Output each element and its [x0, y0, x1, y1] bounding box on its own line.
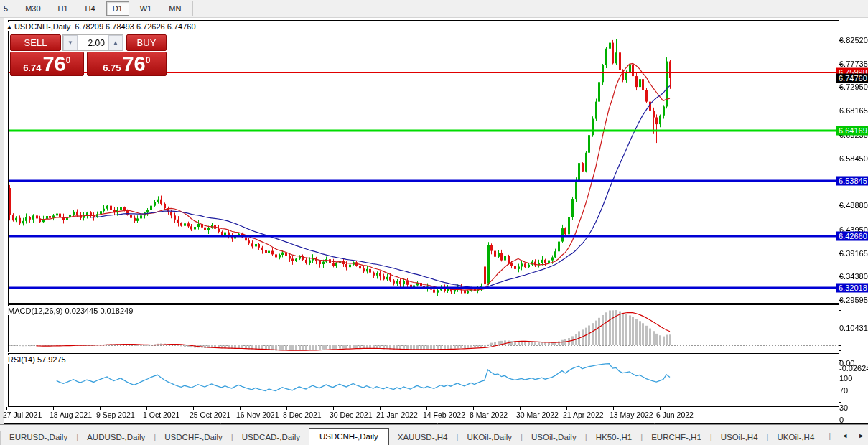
- tab-item-ukoil-h4[interactable]: UKOil-,H4: [769, 430, 823, 445]
- rsi-axis-tick: 30: [839, 403, 848, 412]
- tab-scroll-right-icon[interactable]: ►: [853, 432, 868, 439]
- date-axis-label: 18 Aug 2021: [50, 411, 92, 419]
- price-axis-tick: 6.58450: [839, 154, 868, 163]
- tab-item-usdcad-daily[interactable]: USDCAD-,Daily: [233, 430, 309, 445]
- one-click-trading-panel: SELL ▼ 2.00 ▲ BUY 6.74 76 0 6.75 76 0: [10, 34, 167, 76]
- date-axis-label: 25 Oct 2021: [190, 411, 230, 419]
- timeframe-button-mn[interactable]: MN: [162, 1, 187, 16]
- rsi-axis-tick: 0: [839, 416, 844, 424]
- tab-item-eurusd-daily[interactable]: EURUSD-,Daily: [1, 430, 76, 445]
- chart-window: [0, 18, 868, 424]
- price-axis-tick: 6.34380: [839, 272, 868, 281]
- volume-field[interactable]: 2.00: [78, 35, 108, 50]
- date-axis-label: 8 Dec 2021: [283, 411, 322, 419]
- symbol-name: USDCNH-,Daily: [14, 22, 70, 31]
- date-axis-label: 6 Jun 2022: [656, 411, 694, 419]
- collapse-triangle-icon[interactable]: ▲: [6, 24, 12, 30]
- date-axis-label: 9 Sep 2021: [96, 411, 135, 419]
- tab-item-audusd-daily[interactable]: AUDUSD-,Daily: [78, 430, 154, 445]
- date-axis-label: 21 Apr 2022: [563, 411, 604, 419]
- buy-button[interactable]: BUY: [126, 34, 167, 51]
- date-axis-label: 13 May 2022: [610, 411, 653, 419]
- price-axis-tick: 6.39165: [839, 249, 868, 258]
- timeframe-button-5[interactable]: 5: [0, 1, 14, 16]
- price-badge: 6.64169: [836, 126, 868, 135]
- date-axis-label: 1 Oct 2021: [143, 411, 179, 419]
- timeframe-button-d1[interactable]: D1: [106, 1, 129, 16]
- timeframe-button-w1[interactable]: W1: [134, 1, 159, 16]
- toolbar-divider: [192, 1, 195, 16]
- timeframe-button-m30[interactable]: M30: [19, 1, 47, 16]
- chart-tab-bar: EURUSD-,Daily|AUDUSD-,Daily|USDCHF-,Dail…: [0, 424, 868, 445]
- tab-item-usoil-daily[interactable]: USOil-,Daily: [523, 430, 585, 445]
- price-axis-tick: 6.82520: [839, 36, 868, 44]
- tab-item-usdcnh-daily[interactable]: USDCNH-,Daily: [309, 428, 389, 445]
- price-badge: 6.32018: [836, 284, 868, 293]
- rsi-axis-tick: 70: [839, 386, 848, 395]
- sell-price-pips: 76: [42, 54, 65, 75]
- sell-button[interactable]: SELL: [10, 34, 61, 51]
- buy-price-point: 0: [146, 55, 151, 65]
- chart-canvas[interactable]: [4, 18, 868, 424]
- date-axis-label: 27 Jul 2021: [3, 411, 42, 419]
- chart-symbol-header: ▲USDCNH-,Daily 6.78209 6.78493 6.72626 6…: [6, 22, 199, 31]
- timeframe-button-h4[interactable]: H4: [79, 1, 102, 16]
- date-axis-label: 21 Jan 2022: [376, 411, 418, 419]
- sell-price-display[interactable]: 6.74 76 0: [10, 52, 84, 76]
- rsi-indicator-label: RSI(14) 57.9275: [8, 355, 66, 364]
- tab-item-usoil-h4[interactable]: USOil-,H4: [712, 430, 767, 445]
- price-axis-tick: 6.68165: [839, 106, 868, 115]
- buy-price-pips: 76: [122, 54, 145, 75]
- tab-item-usdchf-daily[interactable]: USDCHF-,Daily: [156, 430, 231, 445]
- sell-price-point: 0: [66, 55, 71, 65]
- date-axis-label: 16 Nov 2021: [236, 411, 279, 419]
- volume-decrement-icon[interactable]: ▼: [63, 35, 78, 50]
- tab-scroll-divider: |: [829, 431, 831, 440]
- price-axis-tick: 6.77735: [839, 60, 868, 68]
- rsi-axis-tick: 100: [839, 374, 852, 383]
- volume-increment-icon[interactable]: ▲: [108, 35, 123, 50]
- date-axis-label: 30 Mar 2022: [516, 411, 559, 419]
- price-badge: 6.74760: [836, 74, 868, 83]
- timeframe-toolbar: 5M30H1H4D1W1MN: [0, 0, 868, 18]
- macd-axis-tick: 0.104313: [839, 324, 868, 332]
- price-axis-tick: 6.72950: [839, 83, 868, 91]
- tab-item-xauusd-h4[interactable]: XAUUSD-,H4: [389, 430, 457, 445]
- tab-list: EURUSD-,Daily|AUDUSD-,Daily|USDCHF-,Dail…: [1, 428, 823, 445]
- volume-stepper: ▼ 2.00 ▲: [62, 34, 123, 51]
- buy-price-display[interactable]: 6.75 76 0: [87, 52, 167, 76]
- tab-item-hk50-h1[interactable]: HK50-,H1: [587, 430, 641, 445]
- tab-item-eurchf-h1[interactable]: EURCHF-,H1: [643, 430, 710, 445]
- macd-indicator-label: MACD(12,26,9) 0.023445 0.018249: [8, 306, 133, 315]
- macd-axis-tick: -0.026249: [839, 364, 868, 373]
- trading-app-window: 5M30H1H4D1W1MN ▲USDCNH-,Daily 6.78209 6.…: [0, 0, 868, 445]
- price-axis-tick: 6.48880: [839, 201, 868, 210]
- symbol-ohlc-values: 6.78209 6.78493 6.72626 6.74760: [75, 22, 195, 31]
- date-axis-label: 8 Mar 2022: [470, 411, 508, 419]
- buy-price-main: 6.75: [103, 62, 121, 73]
- tab-scroll-left-icon[interactable]: ◄: [836, 432, 853, 439]
- tab-item-ukoil-daily[interactable]: UKOil-,Daily: [458, 430, 521, 445]
- date-axis-label: 14 Feb 2022: [423, 411, 465, 419]
- date-axis-label: 30 Dec 2021: [330, 411, 373, 419]
- sell-price-main: 6.74: [23, 62, 41, 73]
- price-axis-tick: 6.29595: [839, 296, 868, 304]
- tab-scroll-controls: | ◄ ►: [823, 425, 868, 445]
- price-badge: 6.42660: [836, 231, 868, 240]
- price-badge: 6.53845: [836, 177, 868, 186]
- timeframe-button-h1[interactable]: H1: [52, 1, 75, 16]
